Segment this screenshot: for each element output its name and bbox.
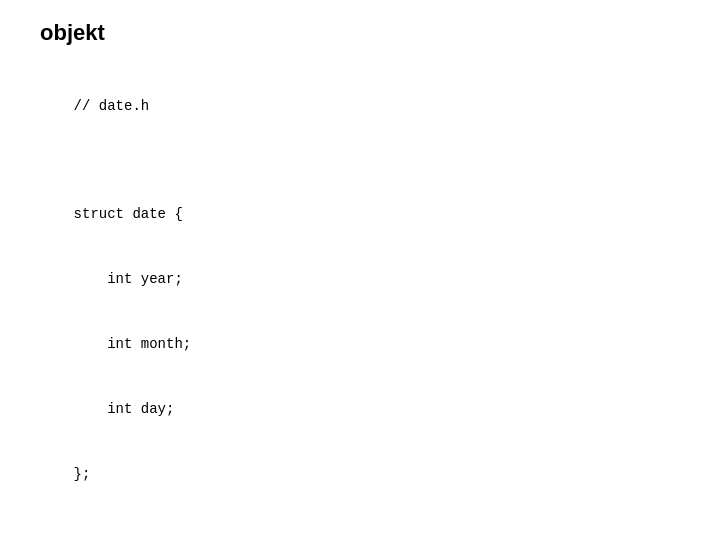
code-struct-open: struct date {	[74, 206, 183, 222]
code-field3: int day;	[74, 401, 175, 417]
code-block: // date.h struct date { int year; int mo…	[40, 74, 680, 540]
code-field2: int month;	[74, 336, 192, 352]
page-container: objekt // date.h struct date { int year;…	[0, 0, 720, 540]
page-title: objekt	[40, 20, 680, 46]
code-comment: // date.h	[74, 98, 150, 114]
code-struct-close: };	[74, 466, 91, 482]
code-field1: int year;	[74, 271, 183, 287]
